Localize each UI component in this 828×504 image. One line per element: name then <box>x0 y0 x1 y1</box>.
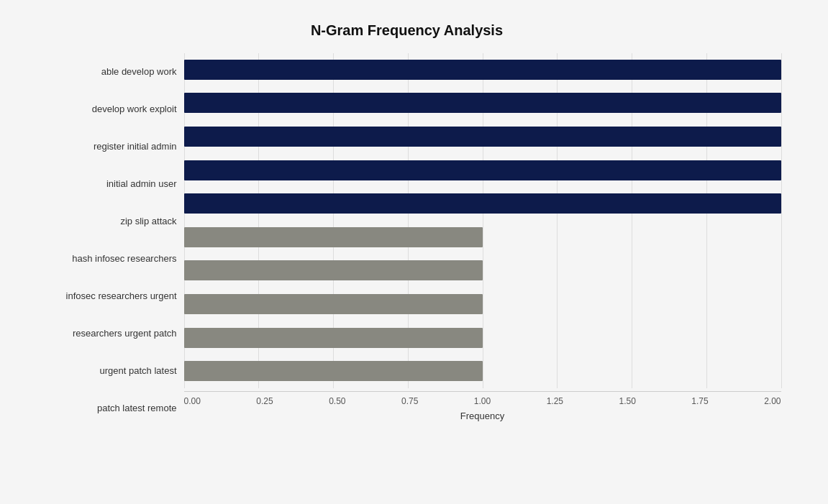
y-label: hash infosec researchers <box>33 253 177 265</box>
chart-container: N-Gram Frequency Analysis able develop w… <box>19 8 810 497</box>
bar <box>184 93 781 113</box>
x-tick: 0.50 <box>329 396 345 406</box>
bar-row <box>184 90 781 116</box>
y-label: zip slip attack <box>33 216 177 227</box>
x-ticks: 0.000.250.500.751.001.251.501.752.00 <box>184 392 781 406</box>
x-tick: 0.25 <box>256 396 273 406</box>
bar-row <box>184 358 781 384</box>
chart-area: able develop workdevelop work exploitreg… <box>33 53 781 427</box>
x-axis: 0.000.250.500.751.001.251.501.752.00 Fre… <box>184 391 781 427</box>
bar <box>184 60 781 80</box>
grid-line <box>781 53 782 388</box>
bar <box>184 260 483 280</box>
y-label: register initial admin <box>33 141 177 152</box>
bar-row <box>184 57 781 83</box>
y-label: patch latest remote <box>33 403 177 414</box>
x-tick: 1.25 <box>547 396 563 406</box>
bars-and-xaxis: 0.000.250.500.751.001.251.501.752.00 Fre… <box>184 53 781 427</box>
bar-row <box>184 191 781 216</box>
y-label: researchers urgent patch <box>33 328 177 339</box>
y-label: urgent patch latest <box>33 365 177 377</box>
bar <box>184 361 483 381</box>
x-tick: 1.00 <box>474 396 491 406</box>
bar <box>184 193 781 214</box>
bar <box>184 294 483 314</box>
bar <box>184 127 781 147</box>
bar <box>184 160 781 180</box>
y-label: initial admin user <box>33 178 177 190</box>
bar <box>184 328 483 348</box>
x-tick: 1.50 <box>619 396 635 406</box>
bar-row <box>184 157 781 183</box>
bars-area <box>184 53 781 388</box>
y-axis: able develop workdevelop work exploitreg… <box>33 53 184 427</box>
x-axis-label: Frequency <box>184 411 781 421</box>
bar-row <box>184 124 781 150</box>
y-label: develop work exploit <box>33 104 177 115</box>
bar-row <box>184 257 781 283</box>
bar-row <box>184 291 781 317</box>
x-tick: 0.00 <box>184 396 201 406</box>
bar-row <box>184 325 781 351</box>
y-label: infosec researchers urgent <box>33 290 177 302</box>
chart-title: N-Gram Frequency Analysis <box>33 22 781 39</box>
bar <box>184 227 483 247</box>
x-tick: 0.75 <box>401 396 418 406</box>
bar-row <box>184 224 781 250</box>
y-label: able develop work <box>33 66 177 78</box>
x-tick: 2.00 <box>764 396 781 406</box>
x-tick: 1.75 <box>691 396 708 406</box>
